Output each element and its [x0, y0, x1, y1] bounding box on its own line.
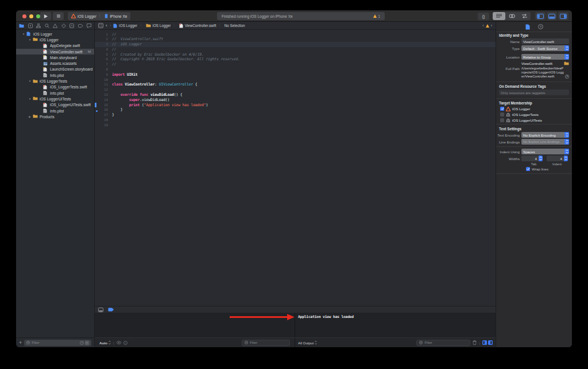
- code-line[interactable]: }: [112, 107, 496, 112]
- project-navigator-icon[interactable]: [19, 24, 24, 28]
- code-line[interactable]: [112, 123, 496, 128]
- code-line[interactable]: //: [112, 47, 496, 52]
- code-line[interactable]: // iOS Logger: [112, 42, 496, 47]
- navigator-filter-field[interactable]: Filter: [24, 340, 91, 346]
- tree-item-ios-loggertests[interactable]: ▼iOS LoggerTests: [16, 78, 94, 84]
- code-line[interactable]: // Copyright © 2019 Eric Goebelbecker. A…: [112, 57, 496, 62]
- line-number[interactable]: 17: [95, 112, 112, 118]
- previous-issue-button[interactable]: ‹: [482, 24, 483, 28]
- variables-filter-field[interactable]: Filter: [242, 340, 290, 346]
- show-only-variables-icon[interactable]: [117, 341, 121, 344]
- disclosure-triangle[interactable]: ▶: [27, 115, 33, 118]
- minimize-window-button[interactable]: [29, 14, 33, 18]
- tab-width-stepper[interactable]: [539, 156, 543, 161]
- line-number[interactable]: 3: [95, 42, 112, 47]
- file-inspector-tab-icon[interactable]: [525, 24, 530, 30]
- tree-item-ios-loggertests-swift[interactable]: iOS_LoggerTests.swift: [16, 84, 94, 90]
- standard-editor-button[interactable]: [493, 12, 505, 20]
- disclosure-triangle[interactable]: ▼: [27, 38, 33, 41]
- toggle-variables-view-icon[interactable]: [482, 340, 487, 345]
- code-line[interactable]: class ViewController: UIViewController {: [112, 82, 496, 87]
- tree-item-info-plist[interactable]: Info.plist: [16, 90, 94, 96]
- scheme-selector[interactable]: iOS Logger 〉 iPhone Xʀ: [68, 12, 130, 20]
- toggle-debug-area-button[interactable]: [547, 12, 557, 20]
- library-button[interactable]: {}: [478, 13, 489, 20]
- code-editor[interactable]: 12345678910111213141516171819 //// ViewC…: [95, 30, 496, 306]
- line-number[interactable]: 11: [95, 82, 112, 87]
- code-line[interactable]: super.viewDidLoad(): [112, 98, 496, 103]
- stop-button[interactable]: [53, 12, 64, 20]
- source-control-navigator-icon[interactable]: [28, 24, 33, 28]
- next-issue-button[interactable]: ›: [491, 24, 492, 28]
- tree-item-main-storyboard[interactable]: Main.storyboard: [16, 55, 94, 60]
- tab-width-field[interactable]: 4: [521, 156, 539, 161]
- zoom-window-button[interactable]: [36, 14, 40, 18]
- lineendings-dropdown[interactable]: No Explicit Line Endings: [521, 139, 569, 145]
- test-navigator-icon[interactable]: [61, 24, 66, 28]
- recent-files-icon[interactable]: [80, 341, 84, 345]
- variables-scope-selector[interactable]: Auto: [99, 340, 111, 345]
- line-number[interactable]: 7: [95, 62, 112, 67]
- warning-counter[interactable]: 1: [373, 14, 380, 18]
- disclosure-triangle[interactable]: ▼: [27, 98, 33, 100]
- go-forward-button[interactable]: ›: [110, 23, 111, 28]
- add-item-button[interactable]: +: [19, 340, 22, 345]
- code-line[interactable]: //: [112, 32, 496, 37]
- line-number[interactable]: 1: [95, 32, 112, 37]
- line-number[interactable]: 14: [95, 98, 112, 103]
- go-back-button[interactable]: ‹: [106, 23, 107, 28]
- line-number[interactable]: 18: [95, 118, 112, 123]
- odrt-field[interactable]: Only resources are taggable: [499, 90, 569, 95]
- tree-item-info-plist[interactable]: Info.plist: [16, 108, 94, 114]
- tree-item-ios-logger[interactable]: ▼iOS Logger: [16, 37, 94, 42]
- close-window-button[interactable]: [22, 14, 26, 18]
- symbol-navigator-icon[interactable]: [36, 24, 41, 28]
- line-number[interactable]: 15: [95, 103, 112, 108]
- line-number[interactable]: 12: [95, 87, 112, 92]
- tree-item-appdelegate-swift[interactable]: AppDelegate.swift: [16, 43, 94, 49]
- line-number[interactable]: 16: [95, 107, 112, 112]
- name-field[interactable]: ViewController.swift: [521, 38, 569, 44]
- tree-item-ios-logger[interactable]: ▼iOS Logger: [16, 31, 94, 37]
- clear-console-icon[interactable]: [473, 340, 477, 345]
- line-number[interactable]: 5: [95, 52, 112, 57]
- toggle-console-view-icon[interactable]: [488, 340, 493, 345]
- tree-item-assets-xcassets[interactable]: Assets.xcassets: [16, 60, 94, 66]
- target-checkbox[interactable]: [500, 118, 504, 122]
- target-checkbox[interactable]: [500, 107, 504, 111]
- disclosure-triangle[interactable]: ▼: [21, 33, 26, 36]
- related-items-icon[interactable]: [98, 23, 103, 28]
- indent-width-stepper[interactable]: [564, 156, 568, 161]
- source-control-status-icon[interactable]: [85, 341, 89, 345]
- code-line[interactable]: [112, 67, 496, 72]
- tree-item-products[interactable]: ▶Products: [16, 114, 94, 119]
- code-line[interactable]: // ViewController.swift: [112, 37, 496, 42]
- version-editor-button[interactable]: [518, 12, 531, 20]
- hide-debug-area-icon[interactable]: [98, 308, 103, 312]
- console-output[interactable]: Application view has loaded: [295, 313, 496, 337]
- toggle-inspector-button[interactable]: [558, 12, 568, 20]
- type-dropdown[interactable]: Default - Swift Source: [521, 45, 569, 51]
- indent-width-field[interactable]: 4: [547, 156, 564, 161]
- reveal-folder-icon[interactable]: [564, 61, 569, 65]
- code-line[interactable]: print ("Application view has loaded"): [112, 103, 496, 108]
- code-line[interactable]: [112, 118, 496, 123]
- help-inspector-tab-icon[interactable]: ?: [538, 24, 543, 29]
- breakpoints-enabled-icon[interactable]: [108, 308, 114, 312]
- line-number[interactable]: 2: [95, 37, 112, 42]
- code-line[interactable]: override func viewDidLoad() {: [112, 92, 496, 98]
- scheme-device-label[interactable]: iPhone Xʀ: [110, 14, 127, 18]
- breadcrumb-project[interactable]: iOS Logger: [113, 24, 137, 28]
- debug-navigator-icon[interactable]: [69, 24, 74, 28]
- line-number[interactable]: 4: [95, 47, 112, 52]
- line-number[interactable]: 19: [95, 123, 112, 128]
- assistant-editor-button[interactable]: [505, 12, 518, 20]
- breakpoint-navigator-icon[interactable]: [78, 24, 83, 28]
- line-number[interactable]: 9: [95, 72, 112, 77]
- report-navigator-icon[interactable]: [87, 24, 91, 28]
- encoding-dropdown[interactable]: No Explicit Encoding: [521, 132, 569, 138]
- console-scope-selector[interactable]: All Output: [298, 340, 317, 345]
- console-filter-field[interactable]: Filter: [416, 340, 470, 346]
- breadcrumb-selection[interactable]: No Selection: [225, 24, 245, 28]
- code-line[interactable]: }: [112, 112, 496, 118]
